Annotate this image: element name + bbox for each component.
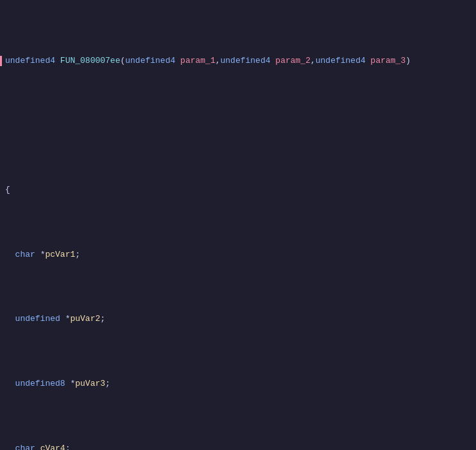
code-line-3: undefined8 *puVar3; <box>0 377 476 390</box>
code-line-4: char cVar4; <box>0 442 476 450</box>
red-marker <box>0 56 2 66</box>
code-line-2: undefined *puVar2; <box>0 313 476 325</box>
code-container: undefined4 FUN_080007ee(undefined4 param… <box>0 0 476 450</box>
code-line-signature: undefined4 FUN_080007ee(undefined4 param… <box>0 55 476 67</box>
code-line-1: char *pcVar1; <box>0 248 476 261</box>
code-line-open-brace: { <box>0 184 476 196</box>
signature-text: undefined4 FUN_080007ee(undefined4 param… <box>5 55 471 67</box>
code-line-blank1 <box>0 119 476 132</box>
